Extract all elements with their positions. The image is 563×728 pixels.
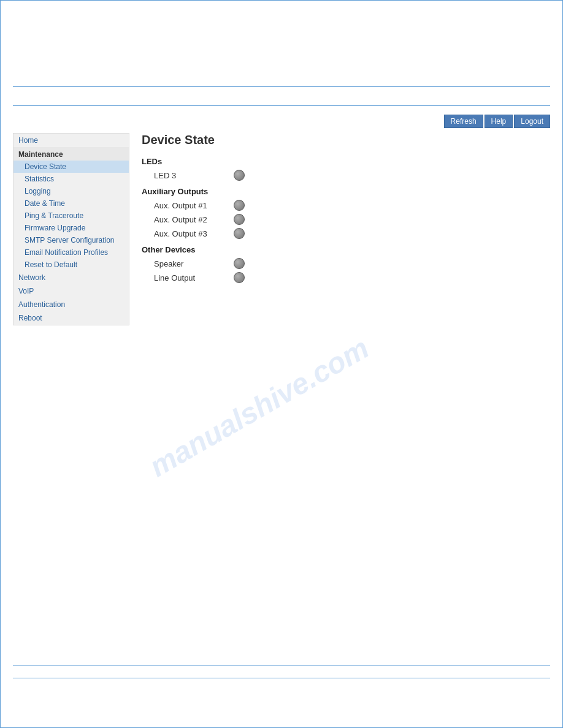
refresh-button[interactable]: Refresh: [444, 115, 483, 128]
sidebar-item-statistics[interactable]: Statistics: [13, 173, 129, 185]
table-row: LED 3: [142, 170, 550, 181]
sidebar-item-email-profiles[interactable]: Email Notification Profiles: [13, 246, 129, 259]
table-row: Aux. Output #3: [142, 228, 550, 239]
led-3-indicator: [234, 170, 245, 181]
led-3-label: LED 3: [154, 171, 234, 180]
aux-output-1-indicator: [234, 200, 245, 211]
help-button[interactable]: Help: [484, 115, 513, 128]
line-output-indicator: [234, 272, 245, 283]
aux-output-2-indicator: [234, 214, 245, 225]
table-row: Aux. Output #2: [142, 214, 550, 225]
sidebar-item-smtp[interactable]: SMTP Server Configuration: [13, 234, 129, 246]
page-title: Device State: [142, 133, 550, 147]
sidebar-item-date-time[interactable]: Date & Time: [13, 197, 129, 210]
sidebar: Home Maintenance Device State Statistics…: [13, 133, 129, 325]
table-row: Aux. Output #1: [142, 200, 550, 211]
aux-output-3-indicator: [234, 228, 245, 239]
aux-output-3-label: Aux. Output #3: [154, 229, 234, 238]
table-row: Line Output: [142, 272, 550, 283]
sidebar-item-device-state[interactable]: Device State: [13, 161, 129, 173]
line-output-label: Line Output: [154, 273, 234, 282]
aux-output-2-label: Aux. Output #2: [154, 215, 234, 224]
watermark: manualshive.com: [144, 331, 374, 483]
main-content: Device State LEDs LED 3 Auxiliary Output…: [142, 133, 550, 286]
sidebar-section-maintenance: Maintenance: [13, 147, 129, 161]
speaker-label: Speaker: [154, 259, 234, 268]
sidebar-item-ping-traceroute[interactable]: Ping & Traceroute: [13, 210, 129, 222]
section-header-other-devices: Other Devices: [142, 245, 550, 254]
speaker-indicator: [234, 258, 245, 269]
main-layout: manualshive.com Home Maintenance Device …: [13, 133, 550, 325]
section-header-aux-outputs: Auxiliary Outputs: [142, 187, 550, 196]
logout-button[interactable]: Logout: [514, 115, 550, 128]
toolbar: Refresh Help Logout: [13, 115, 550, 128]
sidebar-item-network[interactable]: Network: [13, 271, 129, 284]
sidebar-item-home[interactable]: Home: [13, 134, 129, 147]
sidebar-item-reset[interactable]: Reset to Default: [13, 259, 129, 271]
sidebar-item-logging[interactable]: Logging: [13, 185, 129, 197]
sidebar-item-authentication[interactable]: Authentication: [13, 298, 129, 311]
sidebar-item-firmware-upgrade[interactable]: Firmware Upgrade: [13, 222, 129, 234]
section-header-leds: LEDs: [142, 157, 550, 166]
aux-output-1-label: Aux. Output #1: [154, 201, 234, 210]
sidebar-item-reboot[interactable]: Reboot: [13, 311, 129, 325]
sidebar-item-voip[interactable]: VoIP: [13, 284, 129, 298]
table-row: Speaker: [142, 258, 550, 269]
